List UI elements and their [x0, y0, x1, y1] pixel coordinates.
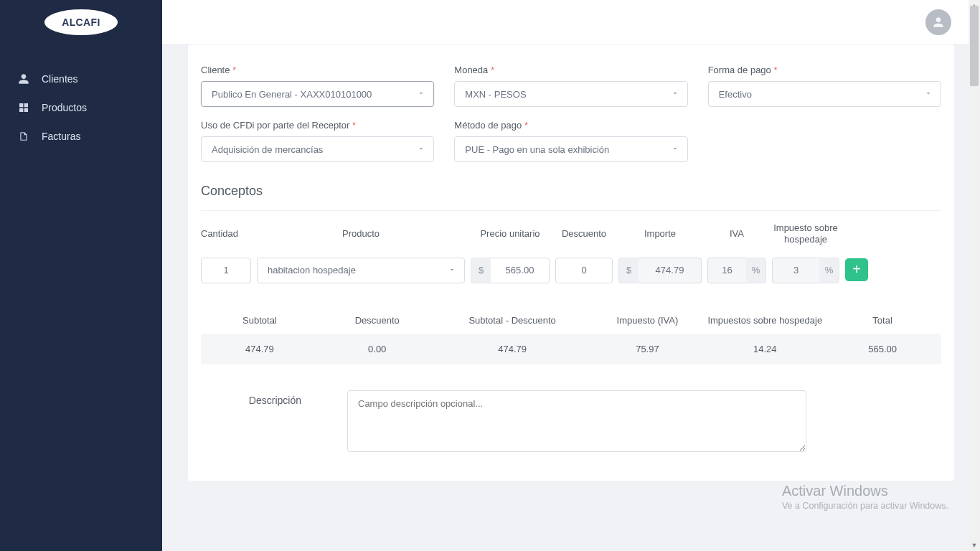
importe-input	[639, 258, 702, 283]
totals-table: Subtotal Descuento Subtotal - Descuento …	[201, 305, 941, 364]
table-row: habitacion hospedaje $ $ %	[201, 253, 941, 298]
producto-select[interactable]: habitacion hospedaje	[257, 258, 465, 283]
sidebar-item-label: Facturas	[42, 131, 80, 142]
avatar[interactable]	[925, 9, 951, 35]
moneda-label: Moneda *	[454, 65, 687, 75]
th-iva: IVA	[707, 228, 766, 240]
currency-prefix: $	[618, 258, 639, 283]
moneda-value: MXN - PESOS	[454, 81, 687, 107]
val-descuento: 0.00	[319, 344, 436, 354]
currency-prefix: $	[471, 258, 491, 283]
hospedaje-input	[772, 258, 819, 283]
plus-icon: +	[852, 261, 861, 278]
th-hospedaje: Impuesto sobre hospedaje	[772, 222, 839, 246]
uso-label: Uso de CFDi por parte del Receptor *	[201, 120, 434, 131]
th-descuento: Descuento	[555, 228, 613, 240]
descripcion-textarea[interactable]	[347, 390, 806, 452]
th-subdesc: Subtotal - Descuento	[436, 315, 589, 326]
cantidad-input[interactable]	[201, 258, 251, 283]
sidebar-menu: Clientes Productos Facturas	[0, 44, 162, 151]
th-subtotal: Subtotal	[201, 315, 319, 326]
forma-value: Efectivo	[708, 81, 941, 107]
producto-value: habitacion hospedaje	[257, 258, 465, 283]
forma-select[interactable]: Efectivo	[708, 81, 941, 107]
main: Cliente * Publico En General - XAXX01010…	[162, 44, 980, 551]
logo-wrap: ALCAFI	[0, 0, 162, 44]
percent-suffix: %	[746, 258, 766, 283]
user-icon	[16, 72, 32, 85]
iva-wrap: %	[707, 258, 766, 283]
window-scrollbar[interactable]: ▲ ▼	[969, 0, 980, 551]
descripcion-label: Descripción	[201, 390, 301, 452]
th-importe: Importe	[618, 228, 702, 240]
cliente-select[interactable]: Publico En General - XAXX010101000	[201, 81, 434, 107]
moneda-select[interactable]: MXN - PESOS	[454, 81, 687, 107]
descuento-input[interactable]	[555, 258, 613, 283]
th-impuesto-hospedaje: Impuestos sobre hospedaje	[706, 315, 824, 326]
val-iva: 75.97	[589, 344, 707, 354]
metodo-label: Método de pago *	[454, 120, 687, 131]
sidebar-item-label: Productos	[42, 102, 87, 113]
scroll-down-icon: ▼	[969, 540, 980, 551]
sidebar-item-clientes[interactable]: Clientes	[0, 65, 162, 93]
metodo-select[interactable]: PUE - Pago en una sola exhibición	[454, 136, 687, 162]
brand-text: ALCAFI	[62, 17, 100, 28]
metodo-value: PUE - Pago en una sola exhibición	[454, 136, 687, 162]
val-subdesc: 474.79	[436, 344, 589, 354]
sidebar: ALCAFI Clientes Productos Facturas	[0, 0, 162, 551]
precio-wrap: $	[471, 258, 550, 283]
percent-suffix: %	[819, 258, 839, 283]
th-producto: Producto	[257, 228, 465, 240]
conceptos-title: Conceptos	[201, 184, 941, 199]
forma-label: Forma de pago *	[708, 65, 941, 75]
conceptos-table: Cantidad Producto Precio unitario Descue…	[201, 218, 941, 298]
val-total: 565.00	[824, 344, 941, 354]
add-button[interactable]: +	[845, 258, 868, 281]
th-precio: Precio unitario	[471, 228, 550, 240]
uso-select[interactable]: Adquisición de mercancías	[201, 136, 434, 162]
brand-logo: ALCAFI	[44, 9, 118, 35]
th-total: Total	[824, 315, 941, 326]
scrollbar-thumb[interactable]	[970, 6, 979, 86]
hospedaje-wrap: %	[772, 258, 839, 283]
form-card: Cliente * Publico En General - XAXX01010…	[188, 44, 954, 481]
uso-value: Adquisición de mercancías	[201, 136, 434, 162]
cliente-value: Publico En General - XAXX010101000	[201, 81, 434, 107]
precio-input[interactable]	[491, 258, 550, 283]
sidebar-item-productos[interactable]: Productos	[0, 93, 162, 122]
topbar	[162, 0, 980, 44]
boxes-icon	[16, 101, 32, 114]
val-hospedaje: 14.24	[706, 344, 824, 354]
val-subtotal: 474.79	[201, 344, 319, 354]
th-total-descuento: Descuento	[319, 315, 436, 326]
avatar-icon	[931, 15, 946, 29]
th-impuesto-iva: Impuesto (IVA)	[589, 315, 707, 326]
th-cantidad: Cantidad	[201, 228, 251, 240]
file-icon	[16, 130, 32, 143]
cliente-label: Cliente *	[201, 65, 434, 75]
importe-wrap: $	[618, 258, 702, 283]
iva-input	[707, 258, 746, 283]
sidebar-item-facturas[interactable]: Facturas	[0, 122, 162, 151]
divider	[201, 210, 941, 211]
sidebar-item-label: Clientes	[42, 73, 78, 85]
